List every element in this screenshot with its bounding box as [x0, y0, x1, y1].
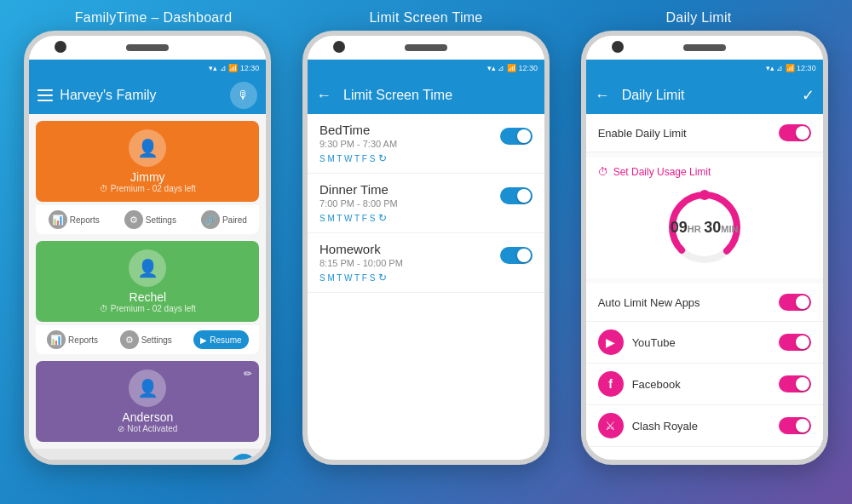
user-actions-jimmy: 📊 Reports ⚙ Settings 🔗 Paired — [36, 205, 259, 234]
user-status-rechel: ⏱Premium - 02 days left — [100, 304, 196, 313]
set-limit-section: ⏱ Set Daily Usage Limit — [586, 158, 823, 278]
label-phone1: FamilyTime – Dashboard — [17, 10, 290, 26]
hamburger-icon[interactable] — [37, 89, 53, 101]
user-name-jimmy: Jimmy — [130, 170, 164, 184]
toggle-facebook[interactable] — [779, 375, 811, 392]
app-row-facebook[interactable]: f Facebook — [586, 364, 823, 405]
user-name-rechel: Rechel — [130, 290, 167, 304]
back-arrow-3[interactable]: ← — [595, 87, 610, 105]
auto-limit-row[interactable]: Auto Limit New Apps — [586, 284, 823, 322]
time-item-bedtime[interactable]: BedTime 9:30 PM - 7:30 AM S M T W T F S … — [308, 114, 544, 174]
avatar-anderson: 👤 — [129, 369, 166, 407]
user-card-anderson[interactable]: ✏ 👤 Anderson ⊘Not Activated — [36, 361, 259, 442]
app-row-youtube[interactable]: ▶ YouTube — [586, 322, 823, 364]
appbar-title-3: Daily Limit — [622, 88, 685, 103]
avatar-rechel: 👤 — [129, 249, 166, 287]
auto-limit-label: Auto Limit New Apps — [598, 296, 700, 309]
edit-icon-anderson[interactable]: ✏ — [244, 368, 252, 380]
time-item-homework-time: 8:15 PM - 10:00 PM — [320, 258, 403, 268]
resume-btn-rechel[interactable]: ▶Resume — [193, 330, 248, 349]
reports-btn-rechel[interactable]: 📊 Reports — [47, 330, 98, 349]
youtube-label: YouTube — [632, 336, 770, 349]
status-bar-1: ▾▴ ⊿ 📶 12:30 — [29, 60, 266, 77]
user-name-anderson: Anderson — [122, 410, 173, 424]
paired-icon-jimmy: 🔗 — [201, 210, 220, 229]
toggle-dinner[interactable] — [500, 187, 532, 204]
time-item-dinner-time: 7:00 PM - 8:00 PM — [320, 198, 398, 209]
settings-btn-rechel[interactable]: ⚙ Settings — [120, 330, 172, 349]
status-bar-2: ▾▴ ⊿ 📶 12:30 — [308, 60, 544, 77]
toggle-youtube[interactable] — [779, 334, 811, 351]
label-phone2: Limit Screen Time — [290, 10, 562, 26]
dial-container[interactable]: 09HR 30MIN — [598, 185, 811, 270]
settings-icon-jimmy: ⚙ — [124, 210, 143, 229]
toggle-enable-daily[interactable] — [779, 124, 811, 141]
time-item-homework[interactable]: Homework 8:15 PM - 10:00 PM S M T W T F … — [308, 233, 544, 293]
toggle-auto-limit[interactable] — [779, 294, 811, 311]
bottom-bar-1: ⚙How to Activate/Pair 📱FT536 + — [29, 449, 266, 460]
appbar-title-1: Harvey's Family — [60, 88, 230, 103]
ft-code-btn[interactable]: 📱FT536 — [146, 460, 198, 461]
user-status-anderson: ⊘Not Activated — [118, 424, 177, 433]
reports-icon-rechel: 📊 — [47, 330, 66, 349]
user-card-jimmy[interactable]: 👤 Jimmy ⏱Premium - 02 days left — [36, 121, 259, 202]
time-item-bedtime-title: BedTime — [320, 123, 397, 137]
avatar-jimmy: 👤 — [129, 129, 166, 167]
toggle-clash[interactable] — [779, 417, 811, 434]
user-status-jimmy: ⏱Premium - 02 days left — [100, 184, 196, 193]
label-phone3: Daily Limit — [562, 10, 835, 26]
clash-icon: ⚔ — [598, 413, 624, 438]
dial-time-display: 09HR 30MIN — [671, 219, 739, 237]
phone1-dashboard: ▾▴ ⊿ 📶 12:30 Harvey's Family 🎙 👤 Jimmy ⏱… — [24, 31, 271, 465]
phone2-limit-screen: ▾▴ ⊿ 📶 12:30 ← Limit Screen Time BedTime… — [302, 31, 550, 465]
days-homework: S M T W T F S ↻ — [320, 272, 532, 284]
daily-content: Enable Daily Limit ⏱ Set Daily Usage Lim… — [586, 114, 823, 447]
toggle-bedtime[interactable] — [500, 128, 532, 145]
appbar-title-2: Limit Screen Time — [343, 88, 536, 103]
user-actions-rechel: 📊 Reports ⚙ Settings ▶Resume — [36, 325, 259, 354]
youtube-icon: ▶ — [598, 329, 624, 355]
enable-daily-limit-row[interactable]: Enable Daily Limit — [586, 114, 823, 152]
days-dinner: S M T W T F S ↻ — [320, 212, 532, 224]
appbar-2: ← Limit Screen Time — [308, 77, 544, 114]
app-row-clash[interactable]: ⚔ Clash Royale — [586, 405, 823, 447]
set-limit-title: ⏱ Set Daily Usage Limit — [598, 166, 811, 178]
reports-icon-jimmy: 📊 — [49, 210, 67, 229]
facebook-icon: f — [598, 371, 624, 397]
facebook-label: Facebook — [632, 378, 770, 391]
reports-btn-jimmy[interactable]: 📊 Reports — [49, 210, 100, 229]
checkmark-icon[interactable]: ✓ — [802, 86, 815, 105]
settings-btn-jimmy[interactable]: ⚙ Settings — [124, 210, 176, 229]
days-bedtime: S M T W T F S ↻ — [320, 152, 532, 164]
phone3-daily-limit: ▾▴ ⊿ 📶 12:30 ← Daily Limit ✓ Enable Dail… — [581, 31, 828, 465]
clash-label: Clash Royale — [632, 420, 770, 432]
time-item-homework-title: Homework — [320, 242, 403, 256]
status-bar-3: ▾▴ ⊿ 📶 12:30 — [586, 60, 823, 77]
settings-icon-rechel: ⚙ — [120, 330, 139, 349]
status-signal-1: ▾▴ ⊿ 📶 12:30 — [209, 64, 259, 72]
enable-daily-limit-label: Enable Daily Limit — [598, 127, 687, 140]
svg-point-2 — [699, 190, 710, 200]
appbar-3: ← Daily Limit ✓ — [586, 77, 823, 114]
time-item-dinner[interactable]: Dinner Time 7:00 PM - 8:00 PM S M T W T … — [308, 174, 544, 233]
user-card-rechel[interactable]: 👤 Rechel ⏱Premium - 02 days left — [36, 241, 259, 322]
appbar-1: Harvey's Family 🎙 — [29, 77, 266, 114]
time-item-dinner-title: Dinner Time — [320, 182, 398, 197]
toggle-homework[interactable] — [500, 247, 532, 264]
time-item-bedtime-time: 9:30 PM - 7:30 AM — [320, 139, 397, 149]
add-fab[interactable]: + — [230, 454, 257, 460]
phone1-content: 👤 Jimmy ⏱Premium - 02 days left 📊 Report… — [29, 114, 266, 460]
screen-time-list: BedTime 9:30 PM - 7:30 AM S M T W T F S … — [308, 114, 544, 293]
paired-btn-jimmy[interactable]: 🔗 Paired — [201, 210, 247, 229]
status-signal-2: ▾▴ ⊿ 📶 12:30 — [487, 64, 538, 72]
activate-pair-btn[interactable]: ⚙How to Activate/Pair — [37, 460, 138, 461]
mic-button[interactable]: 🎙 — [230, 82, 257, 109]
status-signal-3: ▾▴ ⊿ 📶 12:30 — [766, 64, 816, 72]
back-arrow-2[interactable]: ← — [316, 87, 331, 105]
